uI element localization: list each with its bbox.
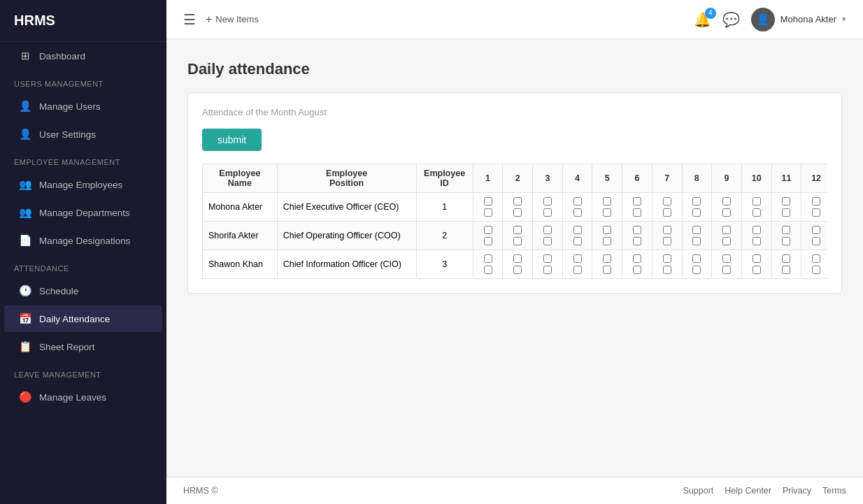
checkbox-row1-day2-1[interactable]: [513, 197, 522, 206]
table-scroll-container[interactable]: EmployeeName EmployeePosition EmployeeID…: [202, 164, 827, 279]
checkbox-row1-day9-1[interactable]: [722, 197, 731, 206]
checkbox-row2-day7-1[interactable]: [663, 226, 671, 234]
checkbox-row3-day3-1[interactable]: [543, 254, 552, 263]
checkbox-row3-day6-2[interactable]: [633, 266, 641, 274]
user-menu-button[interactable]: 👤 Mohona Akter ▾: [751, 8, 846, 31]
sidebar-item-label: Manage Designations: [39, 236, 131, 246]
checkbox-row1-day12-2[interactable]: [812, 208, 820, 217]
checkbox-row3-day11-1[interactable]: [782, 254, 790, 263]
checkbox-row3-day1-1[interactable]: [484, 254, 492, 263]
checkbox-row3-day5-2[interactable]: [603, 266, 611, 274]
checkbox-row3-day7-1[interactable]: [663, 254, 671, 263]
sidebar-item-daily-attendance[interactable]: 📅 Daily Attendance: [4, 305, 162, 332]
checkbox-row2-day10-1[interactable]: [753, 226, 761, 234]
sidebar-item-sheet-report[interactable]: 📋 Sheet Report: [4, 333, 162, 360]
checkbox-row2-day4-2[interactable]: [573, 237, 582, 245]
checkbox-row3-day2-1[interactable]: [513, 254, 522, 263]
hamburger-icon[interactable]: ☰: [183, 11, 196, 28]
checkbox-row2-day8-2[interactable]: [692, 237, 701, 245]
checkbox-row1-day6-2[interactable]: [633, 208, 641, 217]
checkbox-row2-day11-1[interactable]: [782, 226, 790, 234]
checkbox-row3-day12-2[interactable]: [812, 266, 820, 274]
sidebar-item-manage-leaves[interactable]: 🔴 Manage Leaves: [4, 384, 162, 410]
footer-link-terms[interactable]: Terms: [822, 486, 846, 496]
checkbox-row1-day6-1[interactable]: [633, 197, 641, 206]
checkbox-row3-day9-2[interactable]: [722, 266, 731, 274]
checkbox-row3-day8-1[interactable]: [692, 254, 701, 263]
new-items-button[interactable]: + New Items: [206, 13, 259, 26]
checkbox-row2-day9-1[interactable]: [722, 226, 731, 234]
checkbox-row1-day5-2[interactable]: [603, 208, 611, 217]
checkbox-row2-day12-2[interactable]: [812, 237, 820, 245]
checkbox-row2-day9-2[interactable]: [722, 237, 731, 245]
checkbox-row2-day3-1[interactable]: [543, 226, 552, 234]
notification-button[interactable]: 🔔 4: [694, 11, 711, 28]
checkbox-row3-day4-2[interactable]: [573, 266, 582, 274]
checkbox-row1-day7-1[interactable]: [663, 197, 671, 206]
cell-day-10: [741, 222, 771, 250]
sidebar-item-manage-employees[interactable]: 👥 Manage Employees: [4, 171, 162, 198]
checkbox-row2-day6-2[interactable]: [633, 237, 641, 245]
sidebar-item-schedule[interactable]: 🕐 Schedule: [4, 278, 162, 304]
checkbox-row2-day4-1[interactable]: [573, 226, 582, 234]
checkbox-row1-day1-1[interactable]: [484, 197, 492, 206]
checkbox-row3-day5-1[interactable]: [603, 254, 611, 263]
checkbox-row2-day6-1[interactable]: [633, 226, 641, 234]
sidebar-item-user-settings[interactable]: 👤 User Settings: [4, 121, 162, 147]
checkbox-row2-day2-1[interactable]: [513, 226, 522, 234]
checkbox-row3-day4-1[interactable]: [573, 254, 582, 263]
checkbox-row3-day6-1[interactable]: [633, 254, 641, 263]
col-header-11: 11: [771, 164, 801, 193]
checkbox-row1-day11-2[interactable]: [782, 208, 790, 217]
checkbox-row2-day10-2[interactable]: [753, 237, 761, 245]
cell-day-7: [652, 222, 682, 250]
checkbox-row2-day5-1[interactable]: [603, 226, 611, 234]
cell-day-1: [473, 250, 503, 279]
checkbox-row2-day1-2[interactable]: [484, 237, 492, 245]
checkbox-row3-day10-2[interactable]: [753, 266, 761, 274]
sidebar-item-label: Manage Departments: [39, 208, 130, 218]
checkbox-row1-day3-1[interactable]: [543, 197, 552, 206]
checkbox-row1-day4-1[interactable]: [573, 197, 582, 206]
checkbox-row3-day9-1[interactable]: [722, 254, 731, 263]
checkbox-row1-day11-1[interactable]: [782, 197, 790, 206]
checkbox-row1-day7-2[interactable]: [663, 208, 671, 217]
footer-link-support[interactable]: Support: [683, 486, 714, 496]
sidebar-item-dashboard[interactable]: ⊞ Dashboard: [4, 43, 162, 69]
checkbox-row2-day11-2[interactable]: [782, 237, 790, 245]
checkbox-row3-day7-2[interactable]: [663, 266, 671, 274]
checkbox-row1-day10-1[interactable]: [753, 197, 761, 206]
checkbox-row2-day3-2[interactable]: [543, 237, 552, 245]
checkbox-row3-day12-1[interactable]: [812, 254, 820, 263]
checkbox-row3-day10-1[interactable]: [753, 254, 761, 263]
checkbox-row3-day11-2[interactable]: [782, 266, 790, 274]
checkbox-row3-day8-2[interactable]: [692, 266, 701, 274]
sidebar-item-manage-departments[interactable]: 👥 Manage Departments: [4, 199, 162, 226]
checkbox-row3-day1-2[interactable]: [484, 266, 492, 274]
checkbox-row2-day12-1[interactable]: [812, 226, 820, 234]
checkbox-row1-day3-2[interactable]: [543, 208, 552, 217]
message-button[interactable]: 💬: [722, 11, 740, 28]
submit-button[interactable]: submit: [202, 129, 262, 151]
checkbox-row1-day1-2[interactable]: [484, 208, 492, 217]
sidebar-item-manage-users[interactable]: 👤 Manage Users: [4, 93, 162, 120]
checkbox-row1-day10-2[interactable]: [753, 208, 761, 217]
checkbox-row1-day9-2[interactable]: [722, 208, 731, 217]
footer-link-privacy[interactable]: Privacy: [783, 486, 811, 496]
checkbox-row2-day1-1[interactable]: [484, 226, 492, 234]
checkbox-row1-day5-1[interactable]: [603, 197, 611, 206]
checkbox-row1-day12-1[interactable]: [812, 197, 820, 206]
checkbox-row3-day2-2[interactable]: [513, 266, 522, 274]
footer-link-helpcenter[interactable]: Help Center: [725, 486, 771, 496]
checkbox-row2-day7-2[interactable]: [663, 237, 671, 245]
checkbox-row1-day8-1[interactable]: [692, 197, 701, 206]
checkbox-row2-day5-2[interactable]: [603, 237, 611, 245]
checkbox-row1-day2-2[interactable]: [513, 208, 522, 217]
sidebar-item-manage-designations[interactable]: 📄 Manage Designations: [4, 227, 162, 254]
checkbox-row2-day2-2[interactable]: [513, 237, 522, 245]
sidebar-item-label: User Settings: [39, 129, 96, 140]
checkbox-row2-day8-1[interactable]: [692, 226, 701, 234]
checkbox-row1-day8-2[interactable]: [692, 208, 701, 217]
checkbox-row3-day3-2[interactable]: [543, 266, 552, 274]
checkbox-row1-day4-2[interactable]: [573, 208, 582, 217]
